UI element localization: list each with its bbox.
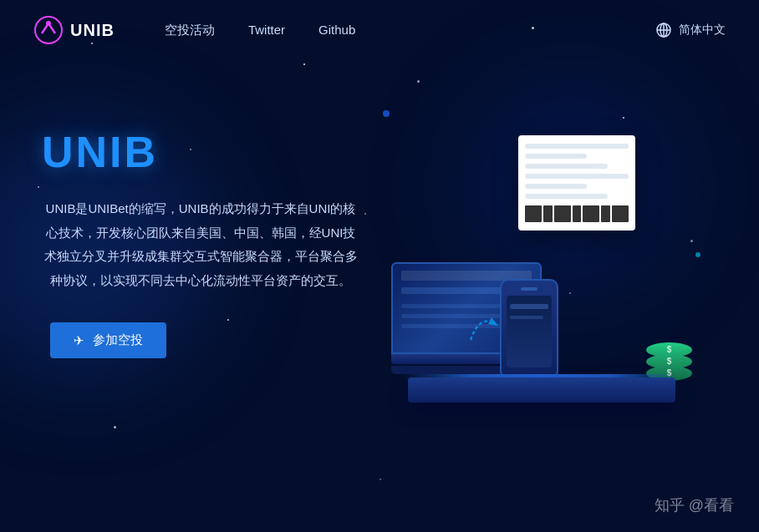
barcode-bar	[601, 205, 609, 222]
deco-dot-1	[383, 110, 390, 117]
nav-link-github[interactable]: Github	[318, 23, 355, 38]
cta-icon: ✈	[74, 333, 84, 348]
hero-title: UNIB	[42, 127, 366, 177]
cta-label: 参加空投	[93, 332, 143, 348]
receipt-line-6	[525, 194, 608, 199]
receipt-line-3	[525, 164, 608, 169]
language-selector[interactable]: 简体中文	[655, 22, 726, 38]
nav-link-twitter[interactable]: Twitter	[248, 23, 285, 38]
logo-icon	[33, 15, 64, 45]
nav-links: 空投活动 Twitter Github	[165, 23, 655, 38]
barcode-bar	[525, 205, 542, 222]
platform-base	[408, 377, 675, 403]
barcode	[525, 205, 629, 222]
logo-area[interactable]: UNIB	[33, 15, 115, 45]
hero-right	[366, 77, 717, 469]
hero-description: UNIB是UNIBet的缩写，UNIB的成功得力于来自UNI的核心技术，开发核心…	[42, 197, 359, 292]
barcode-bar	[612, 205, 629, 222]
hero-left: UNIB UNIB是UNIBet的缩写，UNIB的成功得力于来自UNI的核心技术…	[42, 77, 366, 358]
deco-dot-2	[695, 252, 700, 257]
nav-link-airdrop[interactable]: 空投活动	[165, 23, 215, 38]
arrow-decoration	[466, 311, 500, 344]
hero-section: UNIB UNIB是UNIBet的缩写，UNIB的成功得力于来自UNI的核心技术…	[0, 60, 759, 532]
receipt-line-4	[525, 174, 629, 179]
receipt-card	[518, 135, 635, 231]
watermark: 知乎 @看看	[655, 495, 734, 515]
receipt-line-5	[525, 184, 587, 189]
barcode-bar	[573, 205, 581, 222]
language-icon	[655, 22, 672, 38]
navbar: UNIB 空投活动 Twitter Github 简体中文	[0, 0, 759, 60]
cta-button[interactable]: ✈ 参加空投	[50, 322, 166, 358]
receipt-line-1	[525, 144, 629, 149]
barcode-bar	[554, 205, 571, 222]
svg-marker-6	[488, 317, 498, 326]
phone	[500, 279, 558, 379]
svg-point-0	[35, 17, 62, 43]
isometric-illustration	[366, 85, 717, 469]
barcode-bar	[583, 205, 599, 222]
coin-stack	[646, 342, 692, 377]
svg-point-1	[46, 21, 51, 26]
logo-text: UNIB	[70, 21, 115, 40]
phone-screen	[507, 296, 552, 367]
receipt-line-2	[525, 154, 587, 159]
barcode-bar	[543, 205, 552, 222]
language-label: 简体中文	[679, 23, 726, 38]
